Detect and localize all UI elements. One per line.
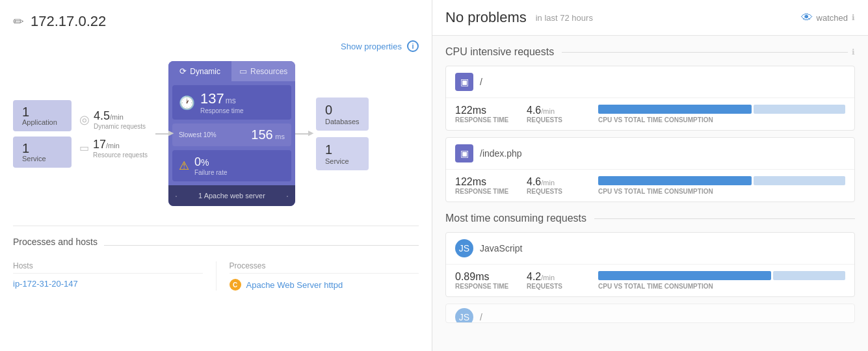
no-problems-text: No problems — [445, 9, 527, 26]
failure-pct: % — [201, 157, 209, 168]
time-req-name-1: JavaScript — [480, 243, 522, 254]
time-cpu-bar-col-1: CPU vs total time consumption — [598, 271, 845, 290]
req-rate-desc-1: Requests — [527, 116, 585, 124]
resp-time-col-1: 122ms Response time — [455, 105, 514, 124]
hosts-header: Hosts — [13, 261, 203, 274]
tab-dynamic[interactable]: ⟳ Dynamic — [168, 61, 232, 81]
resource-rate-unit: /min — [106, 142, 120, 150]
cpu-heading-line — [562, 52, 848, 53]
dynamic-req-text: 4.5/min Dynamic requests — [94, 109, 146, 130]
cpu-section-heading: CPU intensive requests — [445, 46, 554, 58]
cpu-bar-col-1: CPU vs total time consumption — [598, 105, 845, 124]
processes-header: Processes — [230, 261, 419, 274]
databases-item[interactable]: 0 Databases — [316, 98, 369, 131]
two-col-layout: Hosts ip-172-31-20-147 Processes C Apach… — [13, 261, 419, 291]
req-name-1: / — [480, 77, 482, 87]
time-cpu-bar-light-1 — [773, 271, 845, 280]
req-name-2: /index.php — [480, 148, 522, 159]
processes-title: Processes and hosts — [13, 237, 98, 247]
page-icon-partial: JS — [455, 308, 473, 323]
server-label: 1 Apache web server — [178, 192, 286, 200]
right-content: CPU intensive requests ℹ ▣ / 122ms Respo… — [432, 36, 868, 351]
failure-values: 0 % Failure rate — [194, 155, 228, 176]
cpu-request-card-1: ▣ / 122ms Response time 4.6/min Requests — [445, 66, 855, 131]
failure-label: Failure rate — [194, 169, 228, 176]
center-card: ⟳ Dynamic ▭ Resources 🕐 137 ms Response … — [168, 61, 295, 206]
resp-time-desc-1: Response time — [455, 116, 514, 124]
host-link[interactable]: ip-172-31-20-147 — [13, 279, 78, 289]
cpu-bar-1 — [598, 105, 845, 114]
failure-value-row: 0 % — [194, 155, 228, 169]
left-panel: ✏ 172.17.0.22 Show properties i 1 Applic… — [0, 0, 432, 351]
time-request-card-2-partial: JS / — [445, 304, 855, 323]
service-label: Service — [22, 155, 62, 162]
gauge-icon: ◎ — [79, 112, 90, 127]
application-count: 1 — [22, 105, 62, 118]
cpu-bar-light-2 — [754, 176, 845, 185]
slowest-row: Slowest 10% 156 ms — [172, 124, 291, 146]
time-card-1-header[interactable]: JS JavaScript — [446, 233, 854, 265]
time-cpu-bar-blue-1 — [598, 271, 771, 280]
slowest-value-group: 156 ms — [251, 127, 285, 142]
problems-info-icon[interactable]: ℹ — [852, 13, 855, 22]
process-link[interactable]: Apache Web Server httpd — [246, 280, 343, 290]
service-count: 1 — [22, 142, 62, 155]
services-label: Service — [325, 157, 360, 165]
cpu-card-2-header[interactable]: ▣ /index.php — [446, 138, 854, 170]
time-req-rate-desc-1: Requests — [527, 283, 585, 290]
col-processes: Processes C Apache Web Server httpd — [217, 261, 419, 291]
cpu-card-1-header[interactable]: ▣ / — [446, 66, 854, 98]
time-resp-time-val-1: 0.89ms — [455, 271, 514, 283]
info-icon[interactable]: i — [407, 40, 419, 52]
show-properties-link[interactable]: Show properties — [341, 42, 402, 51]
response-time-unit: ms — [226, 96, 236, 105]
eye-icon[interactable]: 👁 — [801, 11, 813, 25]
time-section-heading-row: Most time consuming requests — [445, 213, 855, 224]
process-icon: C — [230, 279, 241, 291]
tab-dynamic-label: Dynamic — [190, 67, 220, 76]
req-rate-col-1: 4.6/min Requests — [527, 105, 585, 124]
slowest-label: Slowest 10% — [179, 131, 217, 138]
services-item[interactable]: 1 Service — [316, 137, 369, 170]
processes-section: Processes and hosts Hosts ip-172-31-20-1… — [13, 226, 419, 291]
col-hosts: Hosts ip-172-31-20-147 — [13, 261, 217, 291]
response-time-label: Response time — [200, 107, 244, 114]
resp-time-val-1: 122ms — [455, 105, 514, 116]
time-resp-time-desc-1: Response time — [455, 283, 514, 290]
cpu-card-2-body: 122ms Response time 4.6/min Requests CPU… — [446, 170, 854, 202]
app-service-box: 1 Application 1 Service — [13, 100, 72, 168]
cpu-bar-desc-2: CPU vs total time consumption — [598, 188, 845, 195]
page-icon-2: ▣ — [455, 144, 473, 162]
response-time-values: 137 ms Response time — [200, 90, 244, 114]
tab-resources[interactable]: ▭ Resources — [231, 61, 295, 81]
resp-time-col-2: 122ms Response time — [455, 176, 514, 195]
flow-diagram: 1 Application 1 Service ◎ 4.5/min Dynami… — [13, 61, 419, 206]
services-count: 1 — [325, 142, 360, 157]
req-rate-desc-2: Requests — [527, 188, 585, 195]
cpu-bar-2 — [598, 176, 845, 185]
cpu-heading-info-icon[interactable]: ℹ — [852, 47, 855, 57]
bottom-dot-right: · — [286, 190, 289, 201]
resource-req-text: 17/min Resource requests — [93, 138, 148, 159]
problems-header: No problems in last 72 hours 👁 watched ℹ — [432, 0, 868, 36]
application-item[interactable]: 1 Application — [13, 100, 72, 131]
cpu-section-heading-row: CPU intensive requests ℹ — [445, 46, 855, 58]
cpu-bar-col-2: CPU vs total time consumption — [598, 176, 845, 195]
js-icon: JS — [455, 239, 473, 257]
response-time-metric: 🕐 137 ms Response time — [172, 85, 291, 120]
cpu-card-1-body: 122ms Response time 4.6/min Requests CPU… — [446, 98, 854, 130]
databases-count: 0 — [325, 103, 360, 118]
cpu-request-card-2: ▣ /index.php 122ms Response time 4.6/min… — [445, 137, 855, 202]
processes-divider — [104, 245, 419, 246]
right-boxes: 0 Databases 1 Service — [308, 98, 376, 170]
dynamic-rate: 4.5 — [94, 109, 110, 122]
warning-icon: ⚠ — [179, 159, 189, 173]
databases-label: Databases — [325, 118, 360, 125]
card-tabs: ⟳ Dynamic ▭ Resources — [168, 61, 295, 81]
in-last-text: in last 72 hours — [536, 13, 593, 23]
resp-time-val-2: 122ms — [455, 176, 514, 188]
card-bottom: · 1 Apache web server · — [168, 185, 295, 206]
service-item[interactable]: 1 Service — [13, 136, 72, 168]
application-label: Application — [22, 118, 62, 126]
host-title-row: ✏ 172.17.0.22 — [13, 13, 419, 30]
